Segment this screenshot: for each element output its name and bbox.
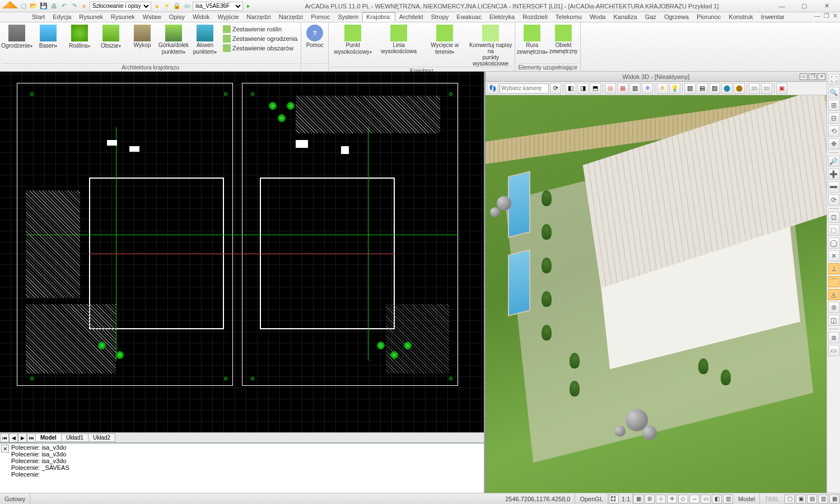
- snap-tan-icon[interactable]: ⌒: [828, 276, 839, 287]
- polar-toggle-icon[interactable]: ✛: [667, 494, 677, 503]
- minimize-button[interactable]: —: [771, 1, 793, 12]
- ribbon-button[interactable]: Rurazewnętrzna: [517, 24, 547, 55]
- ribbon-button[interactable]: Ogrodzenie: [2, 24, 31, 49]
- st-b-icon[interactable]: ▣: [796, 494, 806, 503]
- sheet-last-icon[interactable]: ⏭: [27, 433, 36, 442]
- cad-canvas[interactable]: [0, 72, 484, 432]
- prop-tool-icon[interactable]: ▭: [828, 345, 839, 356]
- ribbon-button[interactable]: Roślina: [65, 24, 94, 49]
- menu-tab[interactable]: Stropy: [427, 12, 453, 22]
- view3d-canvas[interactable]: [486, 95, 827, 493]
- doc-icon[interactable]: ▭: [183, 2, 192, 11]
- ribbon-button[interactable]: Górka/dołekpunktem: [159, 24, 188, 55]
- menu-tab[interactable]: Rozdzieli: [519, 12, 552, 22]
- mdi-restore-icon[interactable]: ❐: [824, 12, 829, 20]
- menu-tab[interactable]: Ogrzewa: [660, 12, 693, 22]
- layers-icon[interactable]: ≡: [80, 2, 88, 11]
- lock-icon[interactable]: 🔒: [172, 2, 181, 11]
- snap-ins-icon[interactable]: ◫: [828, 315, 839, 326]
- snap-toggle-icon[interactable]: ⊞: [645, 494, 655, 503]
- play-icon[interactable]: ▸: [244, 2, 253, 11]
- walk-icon[interactable]: 👣: [487, 83, 498, 94]
- sheet-next-icon[interactable]: ▶: [18, 433, 27, 442]
- view3d-close-icon[interactable]: ✕: [818, 73, 825, 80]
- grid-toggle-icon[interactable]: ▦: [633, 494, 643, 503]
- mdi-minimize-icon[interactable]: —: [814, 12, 820, 20]
- command-window[interactable]: ✕ Polecenie: isa_v3doPolecenie: isa_v3do…: [0, 442, 484, 493]
- esnap-toggle-icon[interactable]: ▥: [723, 494, 733, 503]
- ribbon-button[interactable]: Konwertuj napisy napunkty wysokościowe: [469, 24, 512, 67]
- refresh-icon[interactable]: ⟳: [550, 83, 561, 94]
- snap-mode-dropdown[interactable]: Szkicowanie i opisy: [90, 2, 151, 11]
- ribbon-button[interactable]: Liniawysokościowa: [377, 24, 421, 54]
- dyn-toggle-icon[interactable]: ◧: [712, 494, 722, 503]
- snap-near-icon[interactable]: ◬: [828, 289, 839, 300]
- material1-icon[interactable]: ▤: [697, 83, 708, 94]
- zoom-plus-icon[interactable]: ➕: [828, 169, 839, 180]
- ribbon-small-button[interactable]: Zestawienie roślin: [222, 25, 298, 34]
- sun-icon[interactable]: ☀: [657, 83, 668, 94]
- menu-tab[interactable]: Architekt: [395, 12, 427, 22]
- ribbon-button[interactable]: Basen: [34, 24, 63, 49]
- menu-tab[interactable]: Widok: [189, 12, 214, 22]
- open-icon[interactable]: 📂: [29, 2, 38, 11]
- sheet-tab[interactable]: Układ2: [88, 433, 115, 442]
- close-button[interactable]: ✕: [815, 1, 838, 12]
- menu-tab[interactable]: Ewakuac: [452, 12, 486, 22]
- osnap-toggle-icon[interactable]: ◇: [678, 494, 688, 503]
- export3d-icon[interactable]: 3D: [761, 83, 772, 94]
- target-icon[interactable]: ◎: [605, 83, 616, 94]
- menu-tab[interactable]: Inwentar: [757, 12, 788, 22]
- print-icon[interactable]: 🖶: [49, 2, 58, 11]
- cmd-close-icon[interactable]: ✕: [1, 445, 9, 452]
- record-icon[interactable]: ⬤: [734, 83, 745, 94]
- ribbon-small-button[interactable]: Zestawienie ogrodzenia: [222, 34, 298, 43]
- material2-icon[interactable]: ▨: [709, 83, 720, 94]
- snap-perp-icon[interactable]: ⊥: [828, 263, 839, 274]
- snap-end-icon[interactable]: ⊡: [828, 212, 839, 223]
- menu-tab[interactable]: Gaz: [641, 12, 660, 22]
- snap-cen-icon[interactable]: ◯: [828, 237, 839, 249]
- menu-tab[interactable]: Wstaw: [139, 12, 165, 22]
- save3d-icon[interactable]: 3D: [749, 83, 760, 94]
- zoom-out-icon[interactable]: ⊟: [828, 113, 839, 124]
- mdi-close-icon[interactable]: ✕: [833, 12, 838, 20]
- menu-tab[interactable]: Elektryka: [486, 12, 519, 22]
- menu-tab[interactable]: Konstruk: [725, 12, 757, 22]
- ucs-icon[interactable]: ⛞: [609, 494, 619, 503]
- pan-icon[interactable]: ✥: [828, 138, 839, 150]
- zoom-realtime-icon[interactable]: 🔎: [828, 156, 839, 167]
- view3d-min-icon[interactable]: ▭: [800, 73, 808, 80]
- ribbon-button[interactable]: Wykop: [128, 24, 157, 48]
- menu-tab[interactable]: Narzędzi: [275, 12, 307, 22]
- sheet-tab[interactable]: Układ1: [61, 433, 88, 442]
- menu-tab[interactable]: Krajobra:: [362, 12, 395, 22]
- status-tabl[interactable]: TABL: [760, 493, 784, 504]
- status-model[interactable]: Model: [734, 493, 760, 504]
- zoom-minus-icon[interactable]: ➖: [828, 181, 839, 193]
- screenshot-icon[interactable]: ▣: [776, 83, 787, 94]
- otrack-toggle-icon[interactable]: ↔: [689, 494, 699, 503]
- ribbon-button[interactable]: Punktwysokościowy: [331, 24, 375, 55]
- ortho-toggle-icon[interactable]: ⊹: [656, 494, 666, 503]
- menu-tab[interactable]: Opisy: [165, 12, 189, 22]
- snap-int-icon[interactable]: ✕: [828, 250, 839, 262]
- zoom-in-icon[interactable]: 🔍: [828, 87, 839, 98]
- view3d-max-icon[interactable]: ❐: [809, 73, 816, 80]
- sheet-first-icon[interactable]: ⏮: [0, 433, 9, 442]
- zoom-prev-icon[interactable]: ⟲: [828, 125, 839, 137]
- ribbon-button[interactable]: Akwenpunktem: [190, 24, 220, 55]
- menu-tab[interactable]: Rysunek: [107, 12, 139, 22]
- st-e-icon[interactable]: ▦: [829, 494, 839, 503]
- sheet-prev-icon[interactable]: ◀: [9, 433, 18, 442]
- orbit-icon[interactable]: ⟳: [828, 194, 839, 206]
- st-d-icon[interactable]: ▥: [818, 494, 828, 503]
- ribbon-button[interactable]: Obszar: [96, 24, 125, 49]
- st-a-icon[interactable]: ▢: [785, 494, 795, 503]
- ribbon-small-button[interactable]: Zestawienie obszarów: [222, 44, 298, 53]
- maximize-button[interactable]: ▢: [793, 1, 815, 12]
- menu-tab[interactable]: Woda: [586, 12, 610, 22]
- menu-tab[interactable]: Pomoc: [307, 12, 334, 22]
- menu-tab[interactable]: Edycja: [49, 12, 75, 22]
- menu-tab[interactable]: Kanaliza: [609, 12, 641, 22]
